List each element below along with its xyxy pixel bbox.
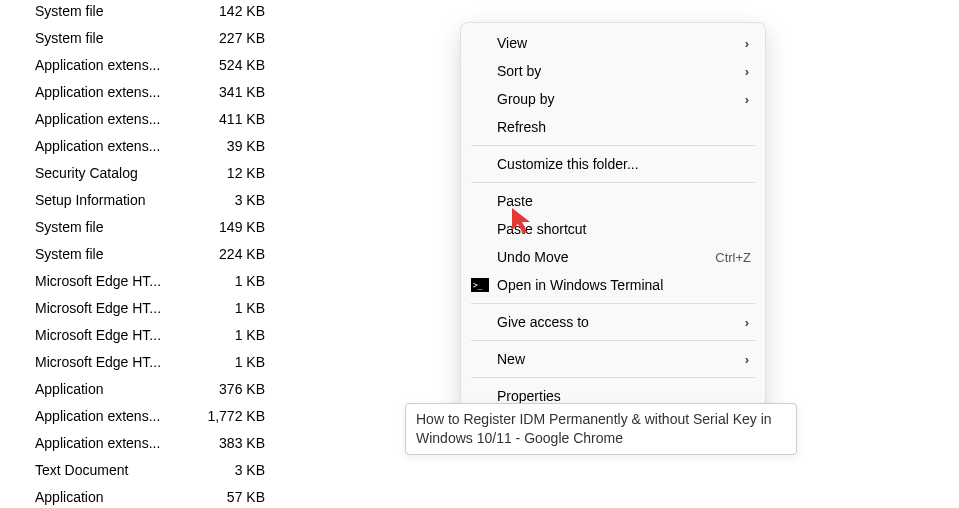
menu-refresh[interactable]: Refresh bbox=[461, 113, 765, 141]
file-type: Application extens... bbox=[35, 57, 190, 73]
file-type: Text Document bbox=[35, 462, 190, 478]
menu-divider bbox=[471, 145, 755, 146]
file-size: 3 KB bbox=[190, 192, 270, 208]
file-size: 411 KB bbox=[190, 111, 270, 127]
file-row[interactable]: System file149 KB bbox=[0, 213, 300, 240]
terminal-icon bbox=[471, 278, 489, 292]
file-row[interactable]: Application376 KB bbox=[0, 375, 300, 402]
menu-paste-shortcut[interactable]: Paste shortcut bbox=[461, 215, 765, 243]
file-type: Application extens... bbox=[35, 111, 190, 127]
menu-divider bbox=[471, 377, 755, 378]
menu-label: Open in Windows Terminal bbox=[497, 277, 751, 293]
file-type: System file bbox=[35, 3, 190, 19]
file-type: Microsoft Edge HT... bbox=[35, 327, 190, 343]
file-row[interactable]: Text Document3 KB bbox=[0, 456, 300, 483]
file-row[interactable]: Application extens...39 KB bbox=[0, 132, 300, 159]
file-row[interactable]: Microsoft Edge HT...1 KB bbox=[0, 294, 300, 321]
menu-divider bbox=[471, 182, 755, 183]
file-size: 383 KB bbox=[190, 435, 270, 451]
menu-group-by[interactable]: Group by › bbox=[461, 85, 765, 113]
file-size: 1 KB bbox=[190, 327, 270, 343]
menu-sort-by[interactable]: Sort by › bbox=[461, 57, 765, 85]
menu-paste[interactable]: Paste bbox=[461, 187, 765, 215]
file-row[interactable]: Microsoft Edge HT...1 KB bbox=[0, 267, 300, 294]
menu-give-access[interactable]: Give access to › bbox=[461, 308, 765, 336]
menu-new[interactable]: New › bbox=[461, 345, 765, 373]
tooltip: How to Register IDM Permanently & withou… bbox=[405, 403, 797, 455]
menu-label: Undo Move bbox=[497, 249, 715, 265]
menu-label: Give access to bbox=[497, 314, 745, 330]
file-row[interactable]: System file224 KB bbox=[0, 240, 300, 267]
file-row[interactable]: Application extens...411 KB bbox=[0, 105, 300, 132]
file-type: Application extens... bbox=[35, 435, 190, 451]
menu-label: Refresh bbox=[497, 119, 751, 135]
file-size: 1 KB bbox=[190, 273, 270, 289]
file-row[interactable]: Application extens...1,772 KB bbox=[0, 402, 300, 429]
file-size: 39 KB bbox=[190, 138, 270, 154]
file-type: Application bbox=[35, 489, 190, 505]
file-type: Security Catalog bbox=[35, 165, 190, 181]
menu-label: View bbox=[497, 35, 745, 51]
file-type: Application extens... bbox=[35, 84, 190, 100]
file-row[interactable]: Setup Information3 KB bbox=[0, 186, 300, 213]
menu-label: Paste shortcut bbox=[497, 221, 751, 237]
menu-label: New bbox=[497, 351, 745, 367]
chevron-right-icon: › bbox=[745, 92, 751, 107]
file-type: Microsoft Edge HT... bbox=[35, 300, 190, 316]
file-row[interactable]: System file227 KB bbox=[0, 24, 300, 51]
file-size: 57 KB bbox=[190, 489, 270, 505]
file-row[interactable]: Security Catalog12 KB bbox=[0, 159, 300, 186]
file-row[interactable]: Application extens...524 KB bbox=[0, 51, 300, 78]
file-list: System file142 KBSystem file227 KBApplic… bbox=[0, 0, 300, 508]
menu-label: Paste bbox=[497, 193, 751, 209]
menu-customize[interactable]: Customize this folder... bbox=[461, 150, 765, 178]
menu-divider bbox=[471, 340, 755, 341]
file-size: 376 KB bbox=[190, 381, 270, 397]
file-size: 1 KB bbox=[190, 354, 270, 370]
menu-divider bbox=[471, 303, 755, 304]
file-row[interactable]: Application57 KB bbox=[0, 483, 300, 508]
chevron-right-icon: › bbox=[745, 36, 751, 51]
file-type: System file bbox=[35, 219, 190, 235]
file-size: 224 KB bbox=[190, 246, 270, 262]
file-row[interactable]: Application extens...341 KB bbox=[0, 78, 300, 105]
menu-label: Properties bbox=[497, 388, 751, 404]
file-type: System file bbox=[35, 30, 190, 46]
chevron-right-icon: › bbox=[745, 64, 751, 79]
context-menu: View › Sort by › Group by › Refresh Cust… bbox=[460, 22, 766, 417]
menu-undo-move[interactable]: Undo Move Ctrl+Z bbox=[461, 243, 765, 271]
file-size: 227 KB bbox=[190, 30, 270, 46]
file-row[interactable]: Microsoft Edge HT...1 KB bbox=[0, 348, 300, 375]
file-type: Microsoft Edge HT... bbox=[35, 354, 190, 370]
file-size: 524 KB bbox=[190, 57, 270, 73]
file-size: 12 KB bbox=[190, 165, 270, 181]
file-type: Setup Information bbox=[35, 192, 190, 208]
file-row[interactable]: Application extens...383 KB bbox=[0, 429, 300, 456]
tooltip-text: How to Register IDM Permanently & withou… bbox=[416, 411, 772, 446]
file-size: 1 KB bbox=[190, 300, 270, 316]
menu-label: Group by bbox=[497, 91, 745, 107]
file-size: 149 KB bbox=[190, 219, 270, 235]
menu-label: Customize this folder... bbox=[497, 156, 751, 172]
file-type: Application extens... bbox=[35, 138, 190, 154]
file-size: 341 KB bbox=[190, 84, 270, 100]
file-row[interactable]: Microsoft Edge HT...1 KB bbox=[0, 321, 300, 348]
file-type: Application bbox=[35, 381, 190, 397]
file-size: 3 KB bbox=[190, 462, 270, 478]
menu-shortcut: Ctrl+Z bbox=[715, 250, 751, 265]
file-size: 142 KB bbox=[190, 3, 270, 19]
file-type: System file bbox=[35, 246, 190, 262]
file-type: Application extens... bbox=[35, 408, 190, 424]
file-row[interactable]: System file142 KB bbox=[0, 0, 300, 24]
menu-label: Sort by bbox=[497, 63, 745, 79]
chevron-right-icon: › bbox=[745, 315, 751, 330]
menu-view[interactable]: View › bbox=[461, 29, 765, 57]
menu-open-terminal[interactable]: Open in Windows Terminal bbox=[461, 271, 765, 299]
chevron-right-icon: › bbox=[745, 352, 751, 367]
file-size: 1,772 KB bbox=[190, 408, 270, 424]
file-type: Microsoft Edge HT... bbox=[35, 273, 190, 289]
